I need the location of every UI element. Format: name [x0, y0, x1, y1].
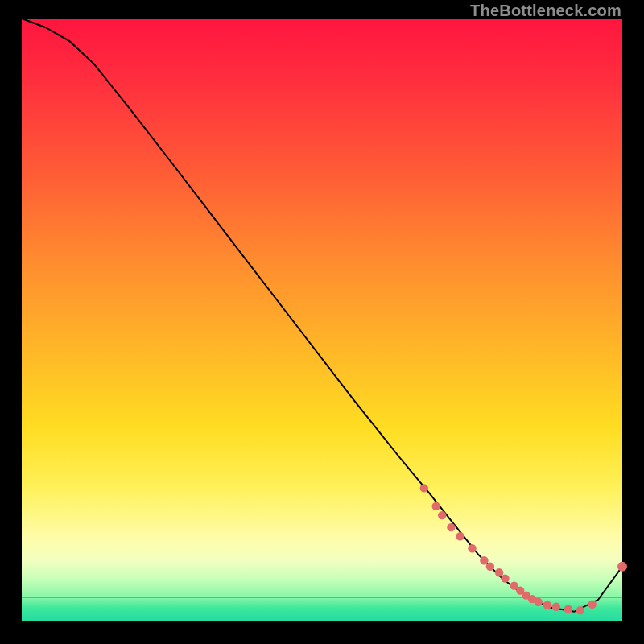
data-point: [543, 601, 551, 609]
watermark-text: TheBottleneck.com: [470, 2, 621, 20]
data-point: [432, 502, 440, 510]
data-point: [564, 605, 572, 613]
data-point: [617, 562, 627, 572]
data-point: [468, 544, 476, 552]
scatter-series-markers: [420, 484, 627, 614]
data-point: [480, 556, 488, 564]
data-point: [588, 601, 597, 609]
data-point: [438, 511, 446, 519]
data-point: [534, 598, 542, 606]
line-series-curve: [22, 19, 622, 612]
chart-svg: [22, 19, 622, 621]
data-point: [501, 574, 509, 582]
data-point: [447, 523, 455, 531]
data-point: [486, 563, 494, 571]
data-point: [495, 568, 503, 576]
data-point: [552, 603, 560, 611]
data-point: [576, 606, 584, 614]
chart-stage: TheBottleneck.com: [0, 0, 644, 644]
plot-area: [22, 19, 622, 621]
data-point: [420, 484, 428, 492]
data-point: [456, 532, 464, 540]
